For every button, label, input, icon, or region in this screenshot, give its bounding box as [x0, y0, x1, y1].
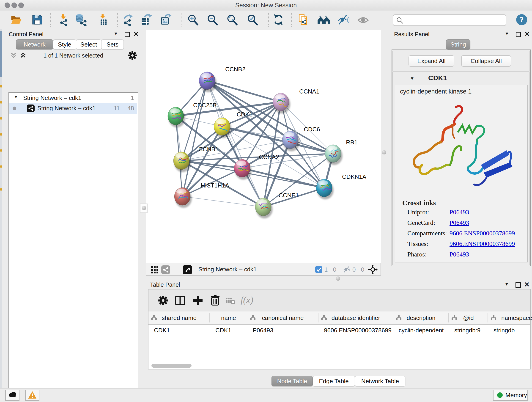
hide-selected-eye-icon[interactable] — [337, 14, 349, 26]
help-icon[interactable]: ? — [516, 14, 528, 26]
crosslink-genecard-link[interactable]: P06493 — [450, 219, 469, 226]
panel-divider-handle[interactable] — [140, 204, 147, 213]
network-node-CCNE1[interactable]: CCNE1 — [255, 192, 299, 218]
enhanced-search-houses-icon[interactable] — [317, 14, 329, 26]
network-canvas[interactable]: CCNB2CCNA1CDC25BCDK1CDC6RB1CCNB1CCNA2CDK… — [146, 30, 381, 264]
column-header-1[interactable]: name — [210, 312, 247, 324]
tab-network-table[interactable]: Network Table — [355, 376, 405, 386]
collapse-panel-icon[interactable]: ▼ — [505, 31, 509, 36]
export-table-icon[interactable] — [140, 14, 152, 26]
gene-expander-icon[interactable]: ▼ — [410, 76, 414, 81]
expand-all-button[interactable]: Expand All — [409, 55, 454, 67]
string-network-icon — [27, 104, 35, 112]
panel-divider-handle[interactable] — [382, 150, 386, 154]
crosslink-uniprot-link[interactable]: P06493 — [450, 209, 469, 216]
network-node-RB1[interactable]: RB1 — [325, 139, 358, 165]
column-header-5[interactable]: @id — [449, 312, 488, 324]
column-header-3[interactable]: database identifier — [318, 312, 393, 324]
save-session-icon[interactable] — [31, 14, 43, 26]
import-network-database-icon[interactable] — [76, 14, 88, 26]
network-options-gear-icon[interactable] — [128, 51, 137, 60]
hidden-eye-icon[interactable] — [343, 266, 351, 274]
cloud-status-button[interactable] — [5, 390, 19, 401]
network-row[interactable]: String Network – cdk1 11 48 — [9, 103, 137, 114]
collection-row[interactable]: ▼ String Network – cdk1 1 — [9, 93, 137, 103]
float-panel-icon[interactable] — [125, 32, 130, 37]
float-panel-icon[interactable] — [515, 282, 521, 288]
share-network-icon[interactable] — [161, 265, 170, 274]
collapse-all-networks-icon[interactable] — [20, 52, 27, 59]
table-cell[interactable]: stringdb:9... — [449, 324, 488, 336]
maximize-window-icon[interactable] — [18, 2, 24, 8]
memory-button[interactable]: Memory — [493, 390, 528, 401]
column-header-2[interactable]: canonical name — [247, 312, 318, 324]
table-settings-gear-icon[interactable] — [158, 295, 168, 306]
network-node-CCNA1[interactable]: CCNA1 — [273, 88, 319, 114]
new-network-from-selection-icon[interactable] — [297, 14, 309, 26]
table-cell[interactable]: stringdb — [488, 324, 532, 336]
add-column-icon[interactable] — [192, 295, 203, 306]
birdseye-navigator-icon[interactable] — [368, 265, 378, 274]
tab-string[interactable]: String — [446, 39, 470, 50]
toolbar-search-field[interactable] — [393, 14, 506, 26]
tab-select[interactable]: Select — [76, 39, 101, 50]
crosslink-compartments-link[interactable]: 9606.ENSP00000378699 — [450, 230, 515, 237]
table-cell[interactable]: P06493 — [247, 324, 318, 336]
delete-table-icon[interactable] — [225, 297, 235, 305]
refresh-view-icon[interactable] — [272, 14, 284, 26]
close-window-icon[interactable] — [5, 2, 10, 8]
collapse-panel-icon[interactable]: ▼ — [114, 31, 118, 36]
detach-view-icon[interactable] — [183, 265, 192, 274]
import-network-file-icon[interactable] — [58, 14, 70, 26]
crosslink-label: Tissues: — [407, 240, 428, 248]
selected-checkbox-icon[interactable] — [315, 266, 322, 273]
zoom-fit-icon[interactable] — [226, 14, 238, 26]
network-node-CDKN1A[interactable]: CDKN1A — [316, 173, 366, 199]
viewbar-separator — [177, 265, 177, 274]
import-table-file-icon[interactable] — [97, 14, 109, 26]
network-node-HIST1H1A[interactable]: HIST1H1A — [174, 182, 229, 208]
grid-view-icon[interactable] — [151, 266, 158, 274]
warning-icon — [28, 391, 37, 399]
collection-expander-icon[interactable]: ▼ — [14, 95, 18, 99]
warning-button[interactable] — [25, 390, 39, 401]
close-panel-icon[interactable]: ✕ — [524, 281, 530, 288]
show-all-eye-icon[interactable] — [357, 14, 369, 26]
function-builder-icon[interactable]: f(x) — [241, 294, 253, 305]
crosslink-pharos-link[interactable]: P06493 — [450, 251, 469, 258]
show-columns-icon[interactable] — [175, 295, 186, 306]
column-header-0[interactable]: shared name — [148, 312, 210, 324]
tab-network[interactable]: Network — [16, 39, 53, 50]
crosslink-tissues-link[interactable]: 9606.ENSP00000378699 — [450, 240, 515, 248]
zoom-out-icon[interactable] — [206, 14, 218, 26]
node-label-CDC6: CDC6 — [304, 126, 320, 133]
minimize-window-icon[interactable] — [12, 2, 17, 8]
expand-all-networks-icon[interactable] — [10, 52, 17, 59]
export-network-icon[interactable] — [122, 14, 134, 26]
search-input[interactable] — [405, 15, 502, 25]
table-cell[interactable]: cyclin-dependent ... — [393, 324, 449, 336]
zoom-selected-icon[interactable] — [247, 14, 259, 26]
column-header-6[interactable]: namespace — [488, 312, 532, 324]
tab-style[interactable]: Style — [53, 39, 76, 50]
tab-node-table[interactable]: Node Table — [272, 376, 313, 386]
float-panel-icon[interactable] — [516, 32, 521, 37]
close-panel-icon[interactable]: ✕ — [133, 30, 139, 38]
panel-divider-handle[interactable] — [336, 276, 340, 281]
network-node-CCNB2[interactable]: CCNB2 — [199, 66, 245, 92]
table-cell[interactable]: CDK1 — [148, 324, 210, 336]
collapse-panel-icon[interactable]: ▼ — [505, 282, 509, 287]
table-cell[interactable]: CDK1 — [210, 324, 247, 336]
table-cell[interactable]: 9606.ENSP00000378699 — [318, 324, 393, 336]
tab-sets[interactable]: Sets — [101, 39, 124, 50]
horizontal-scrollbar[interactable] — [152, 364, 191, 368]
open-session-icon[interactable] — [10, 14, 22, 26]
application-window: Session: New Session — [0, 0, 532, 402]
export-image-icon[interactable] — [160, 14, 172, 26]
tab-edge-table[interactable]: Edge Table — [313, 376, 355, 386]
delete-column-icon[interactable] — [210, 294, 220, 306]
close-panel-icon[interactable]: ✕ — [525, 30, 530, 38]
zoom-in-icon[interactable] — [187, 14, 199, 26]
column-header-4[interactable]: description — [393, 312, 449, 324]
collapse-all-button[interactable]: Collapse All — [461, 55, 511, 67]
